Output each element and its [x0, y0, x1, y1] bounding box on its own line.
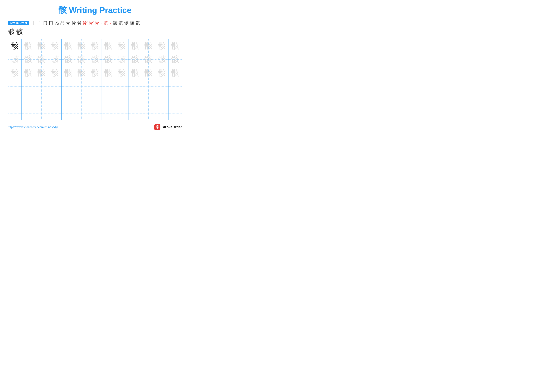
grid-cell-4-2[interactable] — [22, 80, 35, 93]
grid-cell-4-6[interactable] — [75, 80, 88, 93]
grid-cell-2-13[interactable]: 骸 — [168, 53, 182, 66]
grid-cell-2-3[interactable]: 骸 — [35, 53, 48, 66]
grid-cell-5-6[interactable] — [75, 93, 88, 107]
stroke-10: 骨` — [83, 20, 88, 26]
grid-cell-1-8[interactable]: 骸 — [102, 39, 115, 53]
grid-cell-3-8[interactable]: 骸 — [102, 66, 115, 80]
grid-cell-6-2[interactable] — [22, 107, 35, 120]
footer-logo: 字 StrokeOrder — [154, 124, 182, 130]
grid-cell-2-9[interactable]: 骸 — [115, 53, 128, 66]
grid-row-1: 骸 骸 骸 骸 骸 骸 骸 骸 骸 骸 骸 骸 骸 — [8, 39, 182, 53]
grid-cell-2-12[interactable]: 骸 — [155, 53, 169, 66]
grid-cell-4-5[interactable] — [62, 80, 75, 93]
grid-cell-5-11[interactable] — [142, 93, 155, 107]
grid-cell-1-13[interactable]: 骸 — [168, 39, 182, 53]
grid-cell-6-4[interactable] — [48, 107, 62, 120]
grid-cell-5-7[interactable] — [88, 93, 102, 107]
grid-cell-6-12[interactable] — [155, 107, 169, 120]
grid-cell-1-5[interactable]: 骸 — [62, 39, 75, 53]
grid-cell-3-1[interactable]: 骸 — [8, 66, 22, 80]
grid-cell-6-8[interactable] — [102, 107, 115, 120]
grid-cell-5-3[interactable] — [35, 93, 48, 107]
grid-cell-4-8[interactable] — [102, 80, 115, 93]
grid-row-5 — [8, 93, 182, 107]
grid-cell-2-11[interactable]: 骸 — [142, 53, 155, 66]
page-title: 骸 Writing Practice — [8, 5, 182, 16]
stroke-2: 𠄌 — [37, 21, 42, 25]
grid-cell-3-11[interactable]: 骸 — [142, 66, 155, 80]
grid-cell-1-1[interactable]: 骸 — [8, 39, 22, 53]
grid-cell-6-13[interactable] — [168, 107, 182, 120]
grid-cell-2-4[interactable]: 骸 — [48, 53, 62, 66]
stroke-5: 凡 — [54, 20, 59, 26]
grid-cell-3-13[interactable]: 骸 — [168, 66, 182, 80]
grid-cell-3-5[interactable]: 骸 — [62, 66, 75, 80]
grid-cell-6-10[interactable] — [128, 107, 142, 120]
grid-cell-2-10[interactable]: 骸 — [128, 53, 142, 66]
reference-char-1: 骸 — [8, 27, 15, 36]
grid-cell-3-2[interactable]: 骸 — [22, 66, 35, 80]
grid-cell-1-7[interactable]: 骸 — [88, 39, 102, 53]
grid-cell-2-1[interactable]: 骸 — [8, 53, 22, 66]
grid-cell-3-4[interactable]: 骸 — [48, 66, 62, 80]
grid-cell-4-10[interactable] — [128, 80, 142, 93]
grid-cell-5-13[interactable] — [168, 93, 182, 107]
grid-cell-4-3[interactable] — [35, 80, 48, 93]
reference-chars-row: 骸 骸 — [8, 27, 182, 36]
grid-cell-6-9[interactable] — [115, 107, 128, 120]
stroke-9: 骨 — [77, 20, 82, 26]
grid-cell-2-7[interactable]: 骸 — [88, 53, 102, 66]
reference-char-2: 骸 — [16, 27, 23, 36]
grid-cell-1-11[interactable]: 骸 — [142, 39, 155, 53]
grid-cell-4-11[interactable] — [142, 80, 155, 93]
footer-url[interactable]: https://www.strokeorder.com/chinese/骸 — [8, 125, 58, 129]
grid-cell-1-6[interactable]: 骸 — [75, 39, 88, 53]
grid-cell-3-10[interactable]: 骸 — [128, 66, 142, 80]
grid-row-3: 骸 骸 骸 骸 骸 骸 骸 骸 骸 骸 骸 骸 骸 — [8, 66, 182, 80]
grid-cell-5-10[interactable] — [128, 93, 142, 107]
grid-cell-1-10[interactable]: 骸 — [128, 39, 142, 53]
grid-cell-6-11[interactable] — [142, 107, 155, 120]
grid-cell-3-6[interactable]: 骸 — [75, 66, 88, 80]
grid-cell-2-6[interactable]: 骸 — [75, 53, 88, 66]
grid-cell-1-9[interactable]: 骸 — [115, 39, 128, 53]
grid-cell-1-2[interactable]: 骸 — [22, 39, 35, 53]
stroke-13: 骸→ — [104, 20, 112, 26]
practice-grid[interactable]: 骸 骸 骸 骸 骸 骸 骸 骸 骸 骸 骸 骸 骸 骸 骸 骸 骸 骸 骸 骸 … — [8, 39, 182, 120]
grid-cell-3-3[interactable]: 骸 — [35, 66, 48, 80]
grid-cell-5-2[interactable] — [22, 93, 35, 107]
grid-cell-5-8[interactable] — [102, 93, 115, 107]
grid-cell-4-12[interactable] — [155, 80, 169, 93]
grid-cell-2-8[interactable]: 骸 — [102, 53, 115, 66]
grid-cell-5-4[interactable] — [48, 93, 62, 107]
grid-cell-4-1[interactable] — [8, 80, 22, 93]
grid-cell-1-3[interactable]: 骸 — [35, 39, 48, 53]
grid-cell-4-13[interactable] — [168, 80, 182, 93]
grid-cell-4-9[interactable] — [115, 80, 128, 93]
grid-cell-1-12[interactable]: 骸 — [155, 39, 169, 53]
stroke-14: 骸 — [112, 20, 117, 26]
logo-icon: 字 — [154, 124, 161, 130]
grid-cell-2-5[interactable]: 骸 — [62, 53, 75, 66]
logo-text: StrokeOrder — [162, 125, 182, 129]
grid-cell-6-6[interactable] — [75, 107, 88, 120]
grid-cell-6-1[interactable] — [8, 107, 22, 120]
grid-cell-6-3[interactable] — [35, 107, 48, 120]
footer: https://www.strokeorder.com/chinese/骸 字 … — [8, 124, 182, 130]
grid-cell-2-2[interactable]: 骸 — [22, 53, 35, 66]
grid-cell-5-9[interactable] — [115, 93, 128, 107]
grid-cell-3-9[interactable]: 骸 — [115, 66, 128, 80]
stroke-17: 骸 — [130, 20, 135, 26]
grid-cell-6-7[interactable] — [88, 107, 102, 120]
grid-cell-4-4[interactable] — [48, 80, 62, 93]
grid-cell-1-4[interactable]: 骸 — [48, 39, 62, 53]
grid-cell-3-7[interactable]: 骸 — [88, 66, 102, 80]
grid-cell-5-1[interactable] — [8, 93, 22, 107]
grid-cell-5-5[interactable] — [62, 93, 75, 107]
stroke-3: 冂 — [43, 20, 48, 26]
grid-cell-5-12[interactable] — [155, 93, 169, 107]
grid-cell-3-12[interactable]: 骸 — [155, 66, 169, 80]
grid-cell-6-5[interactable] — [62, 107, 75, 120]
grid-cell-4-7[interactable] — [88, 80, 102, 93]
stroke-chars-container: 丨 𠄌 冂 冂 凡 冎 骨 骨 骨 骨` 骨` 骨→ 骸→ 骸 骸 骸 骸 骸 — [31, 20, 140, 26]
